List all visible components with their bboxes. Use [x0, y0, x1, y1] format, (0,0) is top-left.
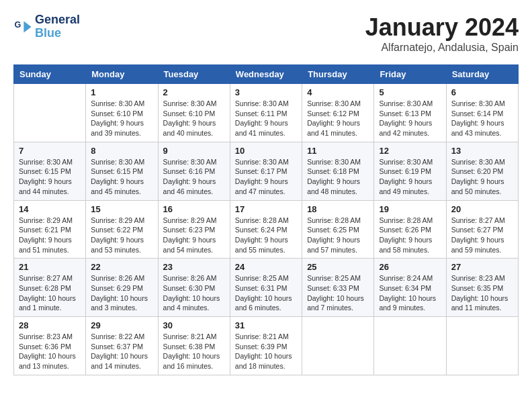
day-number: 9 — [163, 146, 225, 156]
day-info: Sunrise: 8:25 AM Sunset: 6:31 PM Dayligh… — [235, 273, 297, 313]
day-number: 19 — [379, 204, 441, 214]
day-info: Sunrise: 8:29 AM Sunset: 6:23 PM Dayligh… — [163, 216, 225, 255]
day-info: Sunrise: 8:30 AM Sunset: 6:15 PM Dayligh… — [19, 157, 81, 197]
day-info: Sunrise: 8:28 AM Sunset: 6:26 PM Dayligh… — [379, 216, 441, 255]
calendar-body: 1Sunrise: 8:30 AM Sunset: 6:10 PM Daylig… — [14, 84, 519, 375]
day-number: 1 — [91, 87, 152, 97]
day-info: Sunrise: 8:30 AM Sunset: 6:13 PM Dayligh… — [379, 99, 441, 138]
day-number: 16 — [163, 204, 225, 214]
calendar-cell: 6Sunrise: 8:30 AM Sunset: 6:14 PM Daylig… — [446, 84, 518, 142]
day-info: Sunrise: 8:27 AM Sunset: 6:27 PM Dayligh… — [451, 216, 513, 255]
weekday-header: Sunday — [14, 65, 86, 84]
calendar-week-row: 28Sunrise: 8:23 AM Sunset: 6:36 PM Dayli… — [14, 317, 519, 375]
day-info: Sunrise: 8:28 AM Sunset: 6:25 PM Dayligh… — [307, 216, 369, 255]
day-number: 31 — [235, 320, 297, 330]
title-block: January 2024 Alfarnatejo, Andalusia, Spa… — [365, 13, 519, 54]
day-number: 21 — [19, 262, 81, 272]
logo-text: General Blue — [35, 13, 80, 40]
weekday-header: Saturday — [446, 65, 518, 84]
calendar-cell: 13Sunrise: 8:30 AM Sunset: 6:20 PM Dayli… — [446, 142, 518, 200]
calendar-week-row: 7Sunrise: 8:30 AM Sunset: 6:15 PM Daylig… — [14, 142, 519, 200]
calendar-cell: 24Sunrise: 8:25 AM Sunset: 6:31 PM Dayli… — [230, 259, 302, 317]
day-number: 3 — [235, 87, 297, 97]
page-title: January 2024 — [365, 13, 519, 42]
weekday-header: Friday — [374, 65, 446, 84]
calendar-cell: 1Sunrise: 8:30 AM Sunset: 6:10 PM Daylig… — [86, 84, 158, 142]
day-info: Sunrise: 8:22 AM Sunset: 6:37 PM Dayligh… — [91, 332, 152, 371]
day-number: 13 — [451, 146, 513, 156]
page-header: G General Blue January 2024 Alfarnatejo,… — [13, 13, 519, 54]
day-info: Sunrise: 8:30 AM Sunset: 6:20 PM Dayligh… — [451, 157, 513, 197]
day-number: 4 — [307, 87, 369, 97]
svg-marker-1 — [24, 21, 31, 32]
calendar-cell: 11Sunrise: 8:30 AM Sunset: 6:18 PM Dayli… — [302, 142, 374, 200]
calendar-cell — [374, 317, 446, 375]
day-info: Sunrise: 8:23 AM Sunset: 6:36 PM Dayligh… — [19, 332, 81, 371]
calendar-cell: 5Sunrise: 8:30 AM Sunset: 6:13 PM Daylig… — [374, 84, 446, 142]
calendar-cell: 4Sunrise: 8:30 AM Sunset: 6:12 PM Daylig… — [302, 84, 374, 142]
day-info: Sunrise: 8:27 AM Sunset: 6:28 PM Dayligh… — [19, 273, 81, 313]
day-info: Sunrise: 8:30 AM Sunset: 6:10 PM Dayligh… — [163, 99, 225, 138]
day-info: Sunrise: 8:30 AM Sunset: 6:11 PM Dayligh… — [235, 99, 297, 138]
day-number: 5 — [379, 87, 441, 97]
subtitle: Alfarnatejo, Andalusia, Spain — [365, 42, 519, 54]
calendar-week-row: 14Sunrise: 8:29 AM Sunset: 6:21 PM Dayli… — [14, 200, 519, 259]
weekday-header: Thursday — [302, 65, 374, 84]
calendar-cell: 29Sunrise: 8:22 AM Sunset: 6:37 PM Dayli… — [86, 317, 158, 375]
logo-icon: G — [13, 17, 32, 36]
calendar-cell: 17Sunrise: 8:28 AM Sunset: 6:24 PM Dayli… — [230, 200, 302, 259]
weekday-header: Monday — [86, 65, 158, 84]
calendar-cell: 12Sunrise: 8:30 AM Sunset: 6:19 PM Dayli… — [374, 142, 446, 200]
calendar-cell: 10Sunrise: 8:30 AM Sunset: 6:17 PM Dayli… — [230, 142, 302, 200]
weekday-header: Tuesday — [158, 65, 230, 84]
calendar-cell: 23Sunrise: 8:26 AM Sunset: 6:30 PM Dayli… — [158, 259, 230, 317]
day-info: Sunrise: 8:30 AM Sunset: 6:15 PM Dayligh… — [91, 157, 152, 197]
day-number: 23 — [163, 262, 225, 272]
day-number: 15 — [91, 204, 152, 214]
calendar-cell: 31Sunrise: 8:21 AM Sunset: 6:39 PM Dayli… — [230, 317, 302, 375]
day-info: Sunrise: 8:28 AM Sunset: 6:24 PM Dayligh… — [235, 216, 297, 255]
day-number: 18 — [307, 204, 369, 214]
day-info: Sunrise: 8:26 AM Sunset: 6:29 PM Dayligh… — [91, 273, 152, 313]
calendar-cell: 27Sunrise: 8:23 AM Sunset: 6:35 PM Dayli… — [446, 259, 518, 317]
calendar-cell: 16Sunrise: 8:29 AM Sunset: 6:23 PM Dayli… — [158, 200, 230, 259]
calendar-week-row: 1Sunrise: 8:30 AM Sunset: 6:10 PM Daylig… — [14, 84, 519, 142]
calendar-cell: 25Sunrise: 8:25 AM Sunset: 6:33 PM Dayli… — [302, 259, 374, 317]
calendar-cell: 7Sunrise: 8:30 AM Sunset: 6:15 PM Daylig… — [14, 142, 86, 200]
day-info: Sunrise: 8:24 AM Sunset: 6:34 PM Dayligh… — [379, 273, 441, 313]
calendar-cell: 21Sunrise: 8:27 AM Sunset: 6:28 PM Dayli… — [14, 259, 86, 317]
calendar-cell — [446, 317, 518, 375]
calendar-cell — [14, 84, 86, 142]
day-number: 27 — [451, 262, 513, 272]
calendar-cell: 26Sunrise: 8:24 AM Sunset: 6:34 PM Dayli… — [374, 259, 446, 317]
calendar-week-row: 21Sunrise: 8:27 AM Sunset: 6:28 PM Dayli… — [14, 259, 519, 317]
calendar-cell: 18Sunrise: 8:28 AM Sunset: 6:25 PM Dayli… — [302, 200, 374, 259]
day-info: Sunrise: 8:21 AM Sunset: 6:38 PM Dayligh… — [163, 332, 225, 371]
calendar-cell: 9Sunrise: 8:30 AM Sunset: 6:16 PM Daylig… — [158, 142, 230, 200]
calendar-cell: 15Sunrise: 8:29 AM Sunset: 6:22 PM Dayli… — [86, 200, 158, 259]
calendar-cell: 30Sunrise: 8:21 AM Sunset: 6:38 PM Dayli… — [158, 317, 230, 375]
day-number: 7 — [19, 146, 81, 156]
svg-text:G: G — [14, 20, 21, 30]
day-number: 24 — [235, 262, 297, 272]
calendar-table: SundayMondayTuesdayWednesdayThursdayFrid… — [13, 64, 519, 375]
day-number: 22 — [91, 262, 152, 272]
day-info: Sunrise: 8:30 AM Sunset: 6:17 PM Dayligh… — [235, 157, 297, 197]
day-info: Sunrise: 8:30 AM Sunset: 6:19 PM Dayligh… — [379, 157, 441, 197]
day-number: 26 — [379, 262, 441, 272]
calendar-cell: 14Sunrise: 8:29 AM Sunset: 6:21 PM Dayli… — [14, 200, 86, 259]
day-number: 2 — [163, 87, 225, 97]
day-number: 6 — [451, 87, 513, 97]
day-info: Sunrise: 8:23 AM Sunset: 6:35 PM Dayligh… — [451, 273, 513, 313]
day-info: Sunrise: 8:21 AM Sunset: 6:39 PM Dayligh… — [235, 332, 297, 371]
day-number: 10 — [235, 146, 297, 156]
day-info: Sunrise: 8:29 AM Sunset: 6:22 PM Dayligh… — [91, 216, 152, 255]
calendar-cell: 28Sunrise: 8:23 AM Sunset: 6:36 PM Dayli… — [14, 317, 86, 375]
day-info: Sunrise: 8:30 AM Sunset: 6:12 PM Dayligh… — [307, 99, 369, 138]
calendar-cell: 3Sunrise: 8:30 AM Sunset: 6:11 PM Daylig… — [230, 84, 302, 142]
day-info: Sunrise: 8:29 AM Sunset: 6:21 PM Dayligh… — [19, 216, 81, 255]
calendar-cell: 22Sunrise: 8:26 AM Sunset: 6:29 PM Dayli… — [86, 259, 158, 317]
day-number: 12 — [379, 146, 441, 156]
day-info: Sunrise: 8:30 AM Sunset: 6:10 PM Dayligh… — [91, 99, 152, 138]
day-info: Sunrise: 8:25 AM Sunset: 6:33 PM Dayligh… — [307, 273, 369, 313]
